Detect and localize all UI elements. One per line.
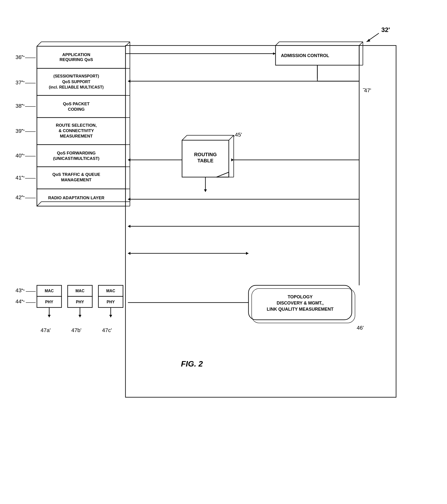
svg-text:47a': 47a' <box>41 327 51 333</box>
svg-rect-67 <box>98 296 123 307</box>
svg-text:RADIO ADAPTATION LAYER: RADIO ADAPTATION LAYER <box>48 196 105 200</box>
svg-marker-37 <box>128 158 130 161</box>
svg-text:39': 39' <box>16 128 23 134</box>
svg-text:36': 36' <box>16 54 23 60</box>
svg-text:MAC: MAC <box>75 289 85 293</box>
svg-text:(SESSION/TRANSPORT): (SESSION/TRANSPORT) <box>54 74 99 78</box>
svg-text:QoS PACKET: QoS PACKET <box>63 102 90 106</box>
svg-text:ADMISSION CONTROL: ADMISSION CONTROL <box>281 53 329 58</box>
svg-text:MAC: MAC <box>106 289 115 293</box>
svg-text:PHY: PHY <box>107 300 115 304</box>
svg-rect-90 <box>37 68 125 95</box>
svg-text:ROUTING: ROUTING <box>194 152 217 157</box>
svg-text:FIG. 2: FIG. 2 <box>181 359 203 368</box>
svg-rect-116 <box>37 167 125 189</box>
svg-line-10 <box>276 42 279 46</box>
svg-rect-82 <box>37 46 125 68</box>
svg-line-84 <box>125 42 130 46</box>
svg-line-11 <box>359 42 363 46</box>
svg-rect-3 <box>125 46 396 397</box>
svg-marker-47 <box>128 252 130 255</box>
svg-marker-72 <box>78 315 81 317</box>
svg-rect-9 <box>276 46 359 65</box>
svg-rect-103 <box>37 118 125 145</box>
svg-rect-122 <box>37 189 125 206</box>
svg-text:42': 42' <box>16 194 23 200</box>
svg-rect-50 <box>252 288 355 323</box>
svg-text:(incl. RELIABLE MULTICAST): (incl. RELIABLE MULTICAST) <box>49 85 104 89</box>
svg-marker-2 <box>367 39 370 42</box>
svg-marker-48 <box>246 252 249 255</box>
svg-rect-23 <box>182 140 229 177</box>
svg-text:PHY: PHY <box>76 300 84 304</box>
svg-line-25 <box>229 135 234 140</box>
svg-marker-45 <box>128 225 130 228</box>
svg-text:47b': 47b' <box>71 327 81 333</box>
svg-text:(UNICAST/MULTICAST): (UNICAST/MULTICAST) <box>53 156 100 161</box>
svg-text:ROUTE SELECTION,: ROUTE SELECTION, <box>56 123 97 128</box>
svg-text:37': 37' <box>16 79 23 86</box>
svg-text:QoS SUPPORT: QoS SUPPORT <box>62 80 90 84</box>
svg-marker-70 <box>48 315 51 317</box>
svg-text:44': 44' <box>16 298 23 305</box>
svg-text:MEASUREMENT: MEASUREMENT <box>60 134 93 139</box>
svg-line-127 <box>37 202 41 206</box>
svg-text:45': 45' <box>235 132 242 138</box>
svg-text:46': 46' <box>357 325 364 331</box>
svg-text:PHY: PHY <box>45 300 54 304</box>
svg-text:TABLE: TABLE <box>197 158 213 163</box>
svg-rect-97 <box>37 95 125 118</box>
svg-rect-65 <box>98 285 123 296</box>
svg-line-31 <box>216 172 229 177</box>
svg-rect-63 <box>68 296 92 307</box>
svg-marker-6 <box>109 63 116 77</box>
svg-text:THRESH.: THRESH. <box>107 57 123 61</box>
svg-text:LINK QUALITY MEASUREMENT: LINK QUALITY MEASUREMENT <box>267 307 334 312</box>
svg-marker-18 <box>128 80 130 83</box>
svg-rect-110 <box>37 145 125 167</box>
svg-marker-41 <box>204 189 207 192</box>
svg-text:& CONNECTIVITY: & CONNECTIVITY <box>58 128 94 133</box>
svg-line-24 <box>182 135 187 140</box>
svg-marker-43 <box>128 198 130 201</box>
svg-marker-39 <box>231 158 234 161</box>
svg-rect-57 <box>37 285 61 296</box>
svg-text:MAC: MAC <box>45 289 54 293</box>
svg-text:QoS FORWARDING: QoS FORWARDING <box>57 151 95 155</box>
svg-text:CODING: CODING <box>68 107 85 112</box>
svg-text:47': 47' <box>364 87 371 93</box>
svg-text:REQUIRING QoS: REQUIRING QoS <box>59 57 93 62</box>
svg-line-1 <box>367 33 379 42</box>
svg-rect-49 <box>249 285 352 320</box>
svg-text:QoS TRAFFIC & QUEUE: QoS TRAFFIC & QUEUE <box>53 172 100 177</box>
svg-rect-61 <box>68 285 92 296</box>
svg-text:DISCOVERY & MGMT.,: DISCOVERY & MGMT., <box>277 301 323 306</box>
svg-text:TOPOLOGY: TOPOLOGY <box>287 294 313 299</box>
svg-marker-74 <box>109 315 112 317</box>
svg-text:47c': 47c' <box>102 327 112 333</box>
svg-text:38': 38' <box>16 103 23 109</box>
svg-marker-8 <box>273 52 276 55</box>
svg-text:APPLICATION: APPLICATION <box>62 52 90 57</box>
svg-text:43': 43' <box>16 287 23 293</box>
svg-text:41': 41' <box>16 175 23 181</box>
svg-line-83 <box>37 42 41 46</box>
svg-text:40': 40' <box>16 152 23 159</box>
svg-rect-59 <box>37 296 61 307</box>
svg-text:MANAGEMENT: MANAGEMENT <box>61 178 91 182</box>
svg-text:QoS: QoS <box>109 53 117 57</box>
svg-text:32': 32' <box>381 26 390 34</box>
